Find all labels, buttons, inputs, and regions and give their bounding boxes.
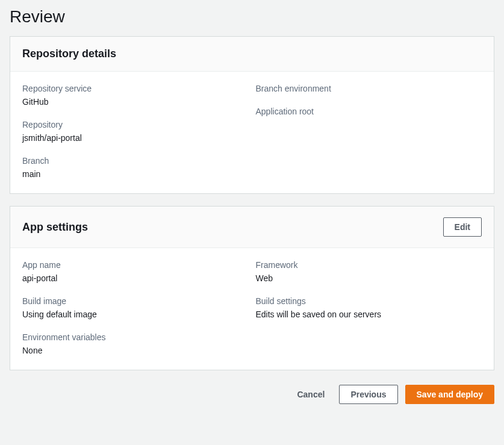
app-settings-header: App settings Edit xyxy=(10,207,494,248)
environment-variables-value: None xyxy=(22,346,249,355)
app-settings-body: App name api-portal Build image Using de… xyxy=(10,248,494,370)
build-image-label: Build image xyxy=(22,296,249,306)
branch-environment-label: Branch environment xyxy=(256,84,482,93)
app-name-value: api-portal xyxy=(22,273,249,283)
app-name-label: App name xyxy=(22,260,249,270)
repository-details-right-column: Branch environment Application root xyxy=(249,84,482,179)
framework-field: Framework Web xyxy=(256,260,482,283)
branch-environment-field: Branch environment xyxy=(256,84,482,93)
save-and-deploy-button[interactable]: Save and deploy xyxy=(405,385,494,404)
framework-label: Framework xyxy=(256,260,482,270)
application-root-label: Application root xyxy=(256,107,482,116)
build-image-field: Build image Using default image xyxy=(22,296,249,319)
repository-details-body: Repository service GitHub Repository jsm… xyxy=(10,72,494,193)
repository-name-field: Repository jsmith/api-portal xyxy=(22,120,249,143)
branch-label: Branch xyxy=(22,156,249,166)
repository-service-value: GitHub xyxy=(22,97,249,107)
repository-name-value: jsmith/api-portal xyxy=(22,133,249,143)
repository-details-panel: Repository details Repository service Gi… xyxy=(10,36,494,194)
build-settings-value: Edits will be saved on our servers xyxy=(256,310,482,319)
build-image-value: Using default image xyxy=(22,310,249,319)
repository-details-left-column: Repository service GitHub Repository jsm… xyxy=(22,84,249,179)
branch-value: main xyxy=(22,169,249,179)
app-settings-panel: App settings Edit App name api-portal Bu… xyxy=(10,206,494,370)
footer-actions: Cancel Previous Save and deploy xyxy=(10,382,494,404)
app-settings-right-column: Framework Web Build settings Edits will … xyxy=(249,260,482,355)
app-settings-left-column: App name api-portal Build image Using de… xyxy=(22,260,249,355)
environment-variables-field: Environment variables None xyxy=(22,332,249,355)
build-settings-field: Build settings Edits will be saved on ou… xyxy=(256,296,482,319)
application-root-field: Application root xyxy=(256,107,482,116)
build-settings-label: Build settings xyxy=(256,296,482,306)
environment-variables-label: Environment variables xyxy=(22,332,249,342)
branch-field: Branch main xyxy=(22,156,249,179)
edit-button[interactable]: Edit xyxy=(443,217,482,237)
app-settings-heading: App settings xyxy=(22,221,88,234)
previous-button[interactable]: Previous xyxy=(339,385,397,404)
app-name-field: App name api-portal xyxy=(22,260,249,283)
page-title: Review xyxy=(10,7,494,26)
repository-details-header: Repository details xyxy=(10,37,494,72)
repository-name-label: Repository xyxy=(22,120,249,129)
repository-service-field: Repository service GitHub xyxy=(22,84,249,107)
repository-details-heading: Repository details xyxy=(22,48,116,60)
repository-service-label: Repository service xyxy=(22,84,249,93)
framework-value: Web xyxy=(256,273,482,283)
cancel-button[interactable]: Cancel xyxy=(290,385,332,404)
